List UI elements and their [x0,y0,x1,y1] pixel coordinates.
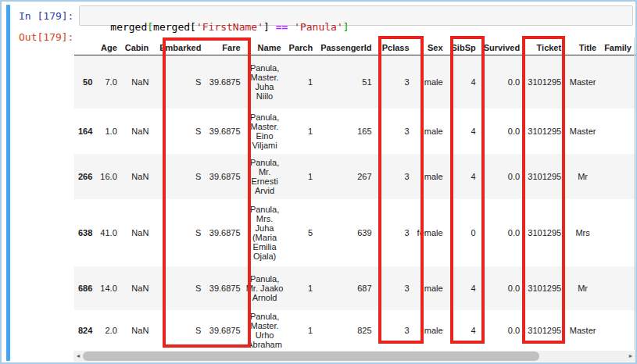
cell-family [600,310,635,351]
scroll-left-arrow-icon[interactable]: ◄ [73,351,83,362]
cell-title: Mrs [565,199,600,266]
cell-parch: 1 [285,55,317,109]
column-header-parch: Parch [285,37,317,55]
embarked-fare-columns-highlight [163,37,251,348]
code-token-plain: merged [110,21,147,33]
cell-passengerid: 687 [317,266,375,310]
cell-family [600,266,635,310]
cell-survived: 0.0 [480,199,524,266]
output-right-edge [634,37,635,350]
cell-passengerid: 165 [317,109,375,154]
cell-parch: 1 [285,109,317,154]
cell-title: Master [565,109,600,154]
cell-parch: 5 [285,199,317,266]
cell-cabin: NaN [121,154,153,199]
column-header-family: Family [600,37,635,55]
column-header-age: Age [96,37,120,55]
cell-passengerid: 51 [317,55,375,109]
column-header-title: Title [565,37,600,55]
cell-family [600,109,635,154]
cell-title: Master [565,55,600,109]
column-header-cabin: Cabin [121,37,153,55]
cell-family [600,199,635,266]
code-token-plain: ] [263,21,270,33]
cell-family [600,154,635,199]
cell-index: 686 [74,266,96,310]
column-header-survived: Survived [480,37,524,55]
cell-age: 14.0 [96,266,120,310]
cell-title: Mr [565,266,600,310]
cell-cabin: NaN [121,266,153,310]
code-token-plain [270,21,276,33]
horizontal-scrollbar[interactable]: ◄ ► [73,351,635,362]
cell-cabin: NaN [121,55,153,109]
code-token-string: 'Panula' [294,21,343,33]
code-input[interactable]: merged[merged['FirstName'] == 'Panula'] [79,5,633,26]
cell-age: 41.0 [96,199,120,266]
cell-age: 2.0 [96,310,120,351]
cell-family [600,55,635,109]
cell-index: 50 [74,55,96,109]
cell-title: Master [565,310,600,351]
cell-age: 1.0 [96,109,120,154]
scrollbar-track[interactable] [83,351,626,362]
cell-survived: 0.0 [480,109,524,154]
code-line: merged[merged['FirstName'] == 'Panula'] [110,21,349,33]
cell-index: 824 [74,310,96,351]
cell-cabin: NaN [121,109,153,154]
output-prompt: Out[179]: [19,31,73,43]
pclass-column-highlight [378,36,424,344]
scroll-right-arrow-icon[interactable]: ► [626,351,635,362]
cell-survived: 0.0 [480,266,524,310]
input-prompt: In [179]: [19,10,73,22]
cell-index: 164 [74,109,96,154]
cell-index: 266 [74,154,96,199]
ticket-column-highlight [522,36,565,344]
cell-survived: 0.0 [480,154,524,199]
cell-age: 7.0 [96,55,120,109]
cell-age: 16.0 [96,154,120,199]
cell-parch: 1 [285,310,317,351]
code-token-bracket-match: ] [343,21,349,33]
cell-cabin: NaN [121,199,153,266]
code-token-bracket-match: [ [147,21,153,33]
active-cell-indicator [6,5,10,361]
cell-survived: 0.0 [480,310,524,351]
code-token-string: 'FirstName' [196,21,263,33]
code-token-plain: merged [153,21,190,33]
cell-parch: 1 [285,154,317,199]
column-header-passengerid: PassengerId [317,37,375,55]
scrollbar-thumb[interactable] [83,352,539,361]
cell-passengerid: 825 [317,310,375,351]
cell-parch: 1 [285,266,317,310]
cell-cabin: NaN [121,310,153,351]
cell-passengerid: 639 [317,199,375,266]
code-token-operator: == [276,21,288,33]
notebook-cell: In [179]: merged[merged['FirstName'] == … [0,0,637,364]
sibsp-column-highlight [450,36,485,344]
code-token-plain [288,21,294,33]
cell-survived: 0.0 [480,55,524,109]
index-column-header [74,37,96,55]
cell-title: Mr [565,154,600,199]
cell-index: 638 [74,199,96,266]
cell-passengerid: 267 [317,154,375,199]
code-token-plain: [ [190,21,196,33]
